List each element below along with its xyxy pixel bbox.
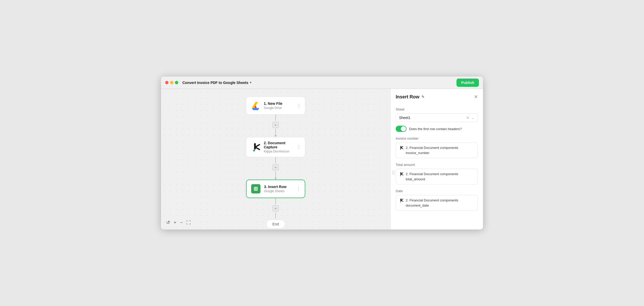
add-step-2-button[interactable]: + bbox=[273, 164, 279, 171]
klippa-icon-1 bbox=[399, 146, 404, 150]
sheets-icon-inner bbox=[251, 184, 260, 193]
total-amount-field[interactable]: 2. Financial Document components total_a… bbox=[396, 169, 478, 184]
connector-line-3b bbox=[275, 212, 276, 219]
invoice-number-content: 2. Financial Document components invoice… bbox=[399, 145, 474, 155]
toggle-label: Does the first row contain headers? bbox=[409, 127, 462, 131]
node2-title: 2. Document Capture bbox=[264, 141, 294, 149]
connector-arrow-2 bbox=[274, 178, 277, 180]
refresh-button[interactable]: ↺ bbox=[166, 220, 170, 225]
zoom-in-button[interactable]: + bbox=[174, 220, 176, 225]
node3-subtitle: Google Sheets bbox=[264, 189, 293, 193]
chevron-down-icon: ▾ bbox=[250, 81, 251, 84]
invoice-number-field[interactable]: 2. Financial Document components invoice… bbox=[396, 142, 478, 158]
google-drive-icon bbox=[250, 100, 261, 111]
invoice-number-text: 2. Financial Document components invoice… bbox=[406, 145, 458, 155]
klippa-icon-2 bbox=[399, 172, 404, 176]
add-step-1-button[interactable]: + bbox=[273, 122, 279, 128]
klippa-icon-3 bbox=[399, 198, 404, 203]
svg-point-10 bbox=[400, 149, 401, 150]
node3-menu-icon[interactable]: ⋮ bbox=[296, 186, 301, 191]
svg-rect-8 bbox=[256, 190, 257, 190]
connector-3: + bbox=[273, 198, 279, 219]
panel-title-label: Insert Row bbox=[396, 94, 419, 100]
node-google-drive[interactable]: 1. New File Google Drive ⋮ bbox=[246, 97, 305, 115]
date-text: 2. Financial Document components documen… bbox=[406, 198, 458, 208]
close-panel-button[interactable]: ✕ bbox=[474, 94, 478, 100]
sheet-input[interactable] bbox=[399, 116, 466, 120]
clear-icon[interactable]: ✕ bbox=[466, 116, 469, 120]
total-amount-content: 2. Financial Document components total_a… bbox=[399, 172, 474, 182]
app-window: Convert Invoice PDF to Google Sheets ▾ P… bbox=[161, 76, 483, 230]
node-google-sheets[interactable]: 3. Insert Row Google Sheets ⋮ bbox=[246, 180, 305, 198]
right-panel: Insert Row ✎ ✕ Sheet ✕ ⌄ Does the first … bbox=[390, 89, 483, 230]
workflow-title[interactable]: Convert Invoice PDF to Google Sheets ▾ bbox=[182, 81, 456, 85]
canvas-controls: ↺ + − ⛶ bbox=[166, 220, 191, 225]
date-content: 2. Financial Document components documen… bbox=[399, 198, 474, 208]
node1-info: 1. New File Google Drive bbox=[264, 101, 294, 110]
invoice-number-label: Invoice number bbox=[396, 137, 478, 140]
node3-info: 3. Insert Row Google Sheets bbox=[264, 185, 293, 193]
svg-rect-6 bbox=[256, 189, 257, 189]
connector-line-2 bbox=[275, 157, 276, 163]
workflow-name-label: Convert Invoice PDF to Google Sheets bbox=[182, 81, 248, 85]
svg-point-12 bbox=[400, 175, 401, 176]
svg-point-1 bbox=[253, 150, 255, 152]
edit-icon[interactable]: ✎ bbox=[421, 95, 425, 99]
svg-rect-3 bbox=[255, 188, 256, 188]
end-node: End bbox=[266, 220, 285, 228]
connector-1: + bbox=[273, 115, 279, 137]
panel-header: Insert Row ✎ ✕ bbox=[396, 94, 478, 100]
node3-title: 3. Insert Row bbox=[264, 185, 293, 189]
connector-line-1 bbox=[275, 115, 276, 121]
date-label: Date bbox=[396, 189, 478, 193]
node1-title: 1. New File bbox=[264, 101, 294, 106]
drag-handle-icon: ⣿ bbox=[392, 170, 395, 174]
node1-menu-icon[interactable]: ⋮ bbox=[297, 103, 301, 108]
traffic-lights bbox=[165, 81, 178, 84]
headers-toggle[interactable] bbox=[396, 126, 406, 132]
sheet-input-row[interactable]: ✕ ⌄ bbox=[396, 113, 478, 122]
add-step-3-button[interactable]: + bbox=[273, 205, 279, 211]
node2-subtitle: Klippa DocHorizon bbox=[264, 150, 294, 153]
svg-point-14 bbox=[400, 202, 401, 203]
zoom-out-button[interactable]: − bbox=[180, 220, 183, 225]
connector-arrow-1 bbox=[274, 135, 277, 137]
maximize-traffic-light[interactable] bbox=[175, 81, 178, 84]
toggle-row: Does the first row contain headers? bbox=[396, 126, 478, 132]
minimize-traffic-light[interactable] bbox=[170, 81, 173, 84]
sheet-label: Sheet bbox=[396, 107, 478, 111]
publish-button[interactable]: Publish bbox=[456, 79, 479, 87]
node2-info: 2. Document Capture Klippa DocHorizon bbox=[264, 141, 294, 153]
node1-subtitle: Google Drive bbox=[264, 106, 294, 110]
klippa-dochorizon-icon bbox=[250, 142, 261, 152]
node2-menu-icon[interactable]: ⋮ bbox=[297, 145, 301, 150]
dropdown-icon[interactable]: ⌄ bbox=[471, 116, 474, 120]
svg-rect-4 bbox=[256, 188, 257, 188]
connector-line-3 bbox=[275, 198, 276, 204]
google-sheets-icon bbox=[251, 184, 261, 194]
titlebar: Convert Invoice PDF to Google Sheets ▾ P… bbox=[161, 76, 483, 89]
panel-title: Insert Row ✎ bbox=[396, 94, 425, 100]
date-field[interactable]: 2. Financial Document components documen… bbox=[396, 195, 478, 211]
svg-rect-5 bbox=[255, 189, 256, 189]
total-amount-text: 2. Financial Document components total_a… bbox=[406, 172, 458, 182]
connector-line-1b bbox=[275, 129, 276, 135]
workflow-nodes: 1. New File Google Drive ⋮ + bbox=[246, 97, 305, 228]
connector-2: + bbox=[273, 157, 279, 180]
svg-rect-7 bbox=[255, 190, 256, 190]
main-area: 1. New File Google Drive ⋮ + bbox=[161, 89, 483, 230]
node-klippa[interactable]: 2. Document Capture Klippa DocHorizon ⋮ bbox=[246, 137, 305, 157]
connector-line-2b bbox=[275, 172, 276, 178]
fit-button[interactable]: ⛶ bbox=[186, 220, 191, 225]
workflow-canvas[interactable]: 1. New File Google Drive ⋮ + bbox=[161, 89, 390, 230]
sheet-input-icons: ✕ ⌄ bbox=[466, 116, 474, 120]
close-traffic-light[interactable] bbox=[165, 81, 168, 84]
total-amount-label: Total amount bbox=[396, 163, 478, 167]
